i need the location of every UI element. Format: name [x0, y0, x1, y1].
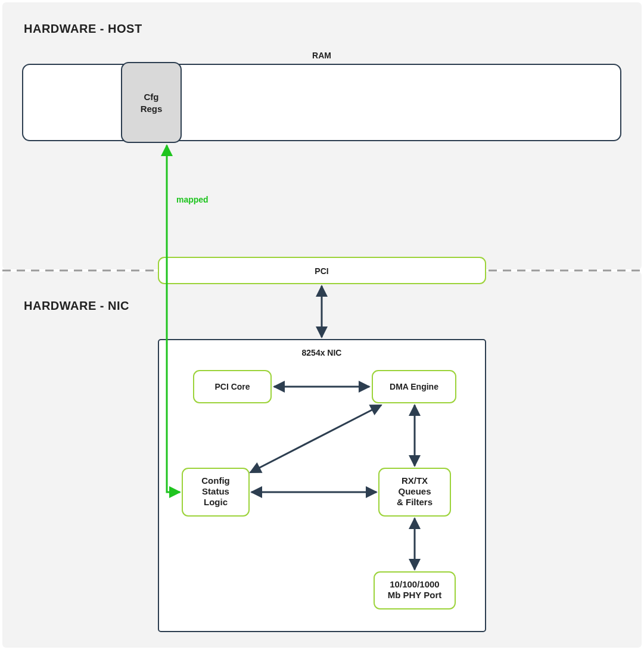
nic-title: 8254x NIC — [302, 348, 342, 357]
ram-label: RAM — [312, 51, 331, 60]
csl-line1: Config — [201, 475, 229, 486]
ram-box — [23, 64, 621, 141]
csl-line2: Status — [202, 486, 229, 496]
dma-label: DMA Engine — [390, 382, 438, 391]
pci-core-label: PCI Core — [214, 382, 250, 391]
diagram-canvas: HARDWARE - HOST HARDWARE - NIC RAM Cfg R… — [0, 0, 644, 650]
rx-line3: & Filters — [397, 497, 433, 507]
phy-line2: Mb PHY Port — [388, 590, 442, 600]
cfgregs-line2: Regs — [141, 104, 163, 114]
pci-label: PCI — [315, 266, 328, 276]
rx-line1: RX/TX — [402, 475, 428, 486]
mapped-label: mapped — [176, 195, 209, 204]
section-title-nic: HARDWARE - NIC — [24, 299, 129, 312]
rx-line2: Queues — [398, 486, 431, 496]
cfgregs-box — [122, 63, 181, 142]
section-title-host: HARDWARE - HOST — [24, 22, 142, 35]
phy-line1: 10/100/1000 — [390, 579, 439, 589]
cfgregs-line1: Cfg — [144, 92, 159, 102]
csl-line3: Logic — [204, 497, 228, 507]
